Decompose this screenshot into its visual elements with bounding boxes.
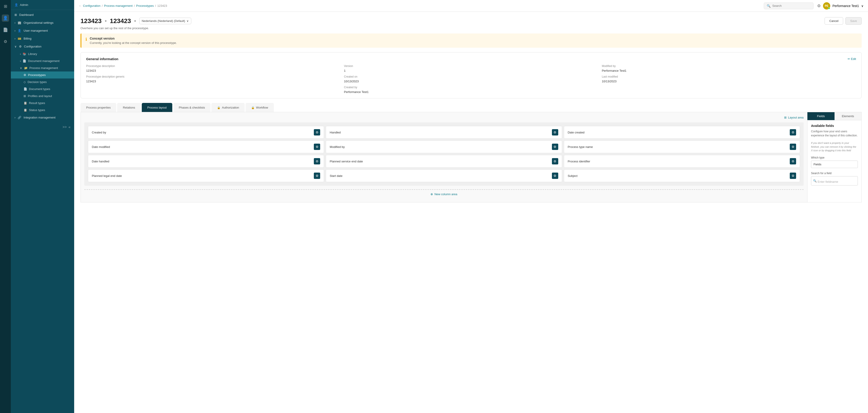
sidebar-item-library[interactable]: › 📚 Library bbox=[11, 51, 74, 57]
panel-tab-elements[interactable]: Elements bbox=[835, 112, 862, 120]
layout-area-button[interactable]: ⊞ Layout area bbox=[784, 116, 804, 119]
back-button[interactable]: ← bbox=[79, 4, 82, 7]
user-avatar: PE bbox=[823, 2, 830, 9]
sidebar-item-label: Result types bbox=[29, 101, 45, 105]
expand-icon[interactable]: >> bbox=[62, 125, 67, 129]
sidebar-item-configuration[interactable]: ∨ ⚙ Configuration bbox=[11, 42, 74, 51]
sidebar-item-process-management[interactable]: ∨ 📁 Process management bbox=[11, 64, 74, 71]
available-fields-description: Configure how your end users experience … bbox=[811, 129, 858, 138]
field-label: Version bbox=[344, 64, 598, 68]
breadcrumb-process-management[interactable]: Process management bbox=[104, 4, 132, 7]
sidebar-item-label: User management bbox=[24, 29, 48, 32]
search-field-input[interactable] bbox=[817, 178, 856, 185]
page-header: 123423 • 123423 • Nederlands (Nederland)… bbox=[81, 17, 862, 25]
gear-button[interactable]: ⚙ bbox=[817, 3, 821, 8]
sidebar-item-billing[interactable]: › 💳 Billing bbox=[11, 35, 74, 42]
field-label: Handled bbox=[330, 131, 341, 134]
info-row-created-on: Created on 10/13/2023 bbox=[344, 75, 598, 83]
sidebar-item-profiles-layout[interactable]: ⊞ Profiles and layout bbox=[11, 92, 74, 99]
panel-tab-fields[interactable]: Fields bbox=[807, 112, 835, 120]
breadcrumb-configuration[interactable]: Configuration bbox=[83, 4, 100, 7]
which-type-section: Which type FieldsElements bbox=[811, 156, 858, 168]
field-settings-button-process-type-name[interactable]: ⚙ bbox=[314, 173, 320, 179]
page-title-2: 123423 bbox=[110, 18, 131, 25]
config-icon: ⚙ bbox=[19, 45, 22, 48]
tab-process-properties[interactable]: Process properties bbox=[81, 103, 116, 112]
info-icon: ℹ bbox=[86, 37, 87, 42]
user-icon: 👤 bbox=[14, 3, 18, 6]
field-settings-button-process-identifier[interactable]: ⚙ bbox=[790, 158, 796, 165]
field-value: Performance Test1 bbox=[344, 90, 598, 94]
field-label: Start date bbox=[330, 174, 342, 178]
field-label: Date created bbox=[568, 131, 585, 134]
lang-label: Nederlands (Nederland) (Default) bbox=[142, 19, 185, 23]
sidebar-item-integration[interactable]: › 🔗 Integration management bbox=[11, 114, 74, 121]
sidebar-item-document-types[interactable]: 📄 Document types bbox=[11, 86, 74, 92]
layout-main: ⊞ Layout area Created by ⚙ Handled ⚙ bbox=[81, 112, 807, 202]
sidebar-item-document-management[interactable]: › 📄 Document management bbox=[11, 57, 74, 64]
nav-icon-user[interactable]: 👤 bbox=[2, 14, 9, 22]
which-type-label: Which type bbox=[811, 156, 858, 159]
field-item-date-handled: Date created ⚙ bbox=[564, 126, 800, 139]
cancel-button[interactable]: Cancel bbox=[825, 17, 843, 25]
plus-circle-icon: ⊕ bbox=[431, 193, 433, 196]
general-info-title: General information bbox=[86, 57, 119, 61]
field-settings-button-subject[interactable]: ⚙ bbox=[790, 173, 796, 179]
sidebar-item-org[interactable]: › 🏢 Organizational settings bbox=[11, 19, 74, 27]
field-settings-button-date-modified[interactable]: ⚙ bbox=[314, 144, 320, 150]
info-box-header: General information ✏ Edit bbox=[86, 57, 856, 61]
main-area: ← Configuration / Process management / P… bbox=[74, 0, 868, 413]
field-label: Modified by bbox=[330, 145, 345, 149]
field-label: Planned legal end date bbox=[92, 174, 122, 178]
search-input[interactable] bbox=[772, 4, 811, 7]
edit-button[interactable]: ✏ Edit bbox=[848, 57, 856, 61]
tab-label: Authorization bbox=[222, 106, 239, 109]
new-column-button[interactable]: ⊕ New column area bbox=[431, 193, 457, 196]
field-label: Planned service end date bbox=[330, 160, 363, 163]
tab-authorization[interactable]: 🔒 Authorization bbox=[211, 103, 245, 112]
tab-workflow[interactable]: 🔒 Workflow bbox=[246, 103, 274, 112]
save-button[interactable]: Save bbox=[845, 17, 862, 25]
info-row-modified-by: Modified by Performance Test1 bbox=[602, 64, 856, 72]
nav-icon-settings[interactable]: ⚙ bbox=[2, 38, 9, 45]
tab-relations[interactable]: Relations bbox=[117, 103, 141, 112]
nav-icon-doc[interactable]: 📄 bbox=[2, 26, 9, 33]
sidebar-bottom: >> « bbox=[11, 122, 74, 132]
user-name: Performance Test1 bbox=[833, 4, 859, 8]
sidebar-item-label: Integration management bbox=[24, 116, 55, 119]
new-column-area[interactable]: ⊕ New column area bbox=[84, 189, 804, 199]
dot-separator-2: • bbox=[134, 18, 136, 24]
collapse-icon[interactable]: « bbox=[68, 125, 70, 129]
field-settings-button-created-by[interactable]: ⚙ bbox=[314, 129, 320, 136]
breadcrumb-processtypes[interactable]: Processtypes bbox=[136, 4, 154, 7]
tab-process-layout[interactable]: Process layout bbox=[142, 103, 172, 112]
field-settings-button-start-date[interactable]: ⚙ bbox=[552, 173, 558, 179]
field-settings-button-date-handled[interactable]: ⚙ bbox=[790, 129, 796, 136]
sidebar-item-status-types[interactable]: 📋 Status types bbox=[11, 107, 74, 114]
sidebar-item-dashboard[interactable]: ⊞ Dashboard bbox=[11, 11, 74, 19]
field-settings-button-date-created[interactable]: ⚙ bbox=[552, 129, 558, 136]
field-item-start-date: Start date ⚙ bbox=[326, 169, 562, 182]
field-item-planned-service: Planned service end date ⚙ bbox=[326, 155, 562, 168]
lock-icon: 🔒 bbox=[217, 106, 220, 109]
sidebar-item-decision-types[interactable]: ◇ Decision types bbox=[11, 79, 74, 86]
field-settings-button-planned-legal[interactable]: ⚙ bbox=[314, 158, 320, 165]
field-label: Date handled bbox=[92, 160, 109, 163]
tab-phases-checklists[interactable]: Phases & checklists bbox=[173, 103, 211, 112]
sidebar-item-result-types[interactable]: 📋 Result types bbox=[11, 99, 74, 107]
chevron-down-icon: ∨ bbox=[14, 45, 17, 48]
users-icon: 👤 bbox=[18, 29, 21, 32]
sidebar-item-label: Profiles and layout bbox=[28, 94, 52, 98]
user-chevron-icon: ∨ bbox=[861, 4, 864, 8]
field-settings-button-modified-by[interactable]: ⚙ bbox=[790, 144, 796, 150]
sidebar-item-users[interactable]: › 👤 User management bbox=[11, 27, 74, 35]
billing-icon: 💳 bbox=[18, 37, 21, 40]
field-settings-button-handled[interactable]: ⚙ bbox=[552, 144, 558, 150]
which-type-select[interactable]: FieldsElements bbox=[811, 160, 858, 168]
field-settings-button-planned-service[interactable]: ⚙ bbox=[552, 158, 558, 165]
field-value: 10/13/2023 bbox=[344, 80, 598, 83]
language-select[interactable]: Nederlands (Nederland) (Default) ∨ bbox=[139, 18, 191, 24]
sidebar-item-processtypes[interactable]: ⚙ Processtypes bbox=[11, 71, 74, 79]
field-item-date-created: Handled ⚙ bbox=[326, 126, 562, 139]
nav-icon-grid[interactable]: ⊞ bbox=[2, 3, 9, 10]
